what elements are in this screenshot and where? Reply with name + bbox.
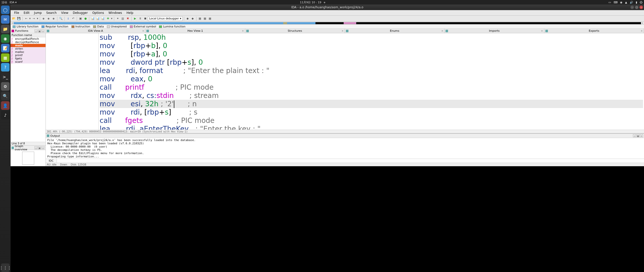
launcher-chromium-icon[interactable]: ◯ [1, 6, 10, 14]
launcher-music-icon[interactable]: ♪ [1, 111, 10, 119]
window-close-button[interactable]: × [639, 6, 643, 9]
function-row[interactable]: ƒfgets [11, 57, 46, 60]
window-minimize-button[interactable]: – [630, 6, 634, 9]
run-button[interactable]: ▶ [133, 16, 137, 21]
tool-b-icon[interactable]: ◈ [46, 16, 51, 21]
tool-undo-icon[interactable]: ↶ [71, 16, 75, 21]
tool-find-icon[interactable]: 🔍 [59, 16, 63, 21]
tool-cancel-icon[interactable]: ✖ [126, 16, 130, 21]
out-close-button[interactable]: × [640, 134, 643, 137]
tray-screencast-icon[interactable]: ▭ [609, 1, 611, 4]
asm-line[interactable]: mov esi, 32h ; '2' ; n [100, 100, 643, 108]
view-tab-close[interactable]: × [541, 29, 543, 32]
asm-line[interactable]: lea rdi, aEnterTheKey ; "Enter the key :… [100, 125, 643, 130]
launcher-rhythmbox-icon[interactable]: ◉ [1, 34, 10, 43]
out-btn1[interactable]: ▫ [633, 134, 636, 137]
functions-header[interactable]: Function name [11, 33, 46, 37]
window-maximize-button[interactable]: ▢ [635, 6, 638, 9]
view-tab[interactable]: Structures× [245, 29, 345, 33]
asm-line[interactable]: mov rdx, cs:stdin ; stream [100, 91, 643, 100]
nav-left-icon[interactable]: ◂ [11, 22, 14, 24]
panel-btn1[interactable]: ▫ [34, 29, 37, 32]
asm-line[interactable]: call fgets ; PIC mode [100, 116, 643, 125]
tray-network-icon[interactable]: ▲ [625, 1, 627, 4]
menu-edit[interactable]: Edit [22, 11, 31, 15]
tool-hex-icon[interactable]: ▣ [78, 16, 83, 21]
function-row[interactable]: ƒencryptRailFench [11, 37, 46, 41]
output-body[interactable]: File '/home/huanghao/asm_work/proj24/a.o… [46, 138, 644, 159]
tool-add-menu[interactable]: ▾ [111, 16, 113, 21]
view-tab[interactable]: Enums× [345, 29, 445, 33]
tool-add-icon[interactable]: ✚ [106, 16, 110, 21]
menu-jump[interactable]: Jump [32, 11, 44, 15]
menu-debugger[interactable]: Debugger [71, 11, 90, 15]
launcher-settings-icon[interactable]: ⚙ [1, 82, 10, 91]
tray-accessibility-icon[interactable]: ◉ [620, 1, 623, 4]
out-btn2[interactable]: ▣ [636, 134, 639, 137]
navigation-band[interactable]: ◂ ▸ [11, 22, 644, 25]
launcher-magnifier-icon[interactable]: 🔍 [1, 92, 10, 100]
tool-dot-icon[interactable]: ● [83, 16, 88, 21]
launcher-apps-icon[interactable]: ⋮⋮⋮ [1, 263, 10, 272]
menu-search[interactable]: Search [44, 11, 59, 15]
go-btn2[interactable]: ▣ [38, 146, 41, 149]
view-tab[interactable]: Exports× [544, 29, 644, 33]
function-row[interactable]: ƒscanf [11, 60, 46, 63]
view-tab-close[interactable]: × [342, 29, 344, 32]
tray-input-icon[interactable]: ⌨ [614, 1, 618, 4]
asm-line[interactable]: call printf ; PIC mode [100, 83, 643, 91]
view-tab-close[interactable]: × [441, 29, 443, 32]
tool-wand-icon[interactable]: ✦ [115, 16, 120, 21]
menu-windows[interactable]: Windows [106, 11, 124, 15]
tool-chart1-icon[interactable]: 📊 [91, 16, 95, 21]
debugger-select[interactable]: Local Linux debugger▾ [148, 16, 183, 21]
nav-back-menu[interactable]: ▾ [29, 16, 31, 21]
tool-c-icon[interactable]: ◈ [51, 16, 56, 21]
tool-y3-icon[interactable]: ▦ [208, 16, 212, 21]
activities-button[interactable]: 活动 [2, 1, 7, 4]
nav-fwd-menu[interactable]: ▾ [36, 16, 38, 21]
view-tab-close[interactable]: × [641, 29, 643, 32]
menu-options[interactable]: Options [90, 11, 106, 15]
pause-button[interactable]: ⏸ [138, 16, 142, 21]
asm-line[interactable]: sub rsp, 1000h [100, 33, 643, 42]
menu-file[interactable]: File [12, 11, 21, 15]
function-row[interactable]: ƒdecryptRailFence [11, 41, 46, 44]
panel-btn2[interactable]: ▣ [38, 29, 41, 32]
launcher-thunderbird-icon[interactable]: ✉ [1, 15, 10, 24]
function-row[interactable]: ƒprintf [11, 54, 46, 57]
function-row[interactable]: ƒstrlen [11, 47, 46, 50]
menu-view[interactable]: View [59, 11, 70, 15]
launcher-writer-icon[interactable]: 📝 [1, 44, 10, 52]
menu-help[interactable]: Help [125, 11, 135, 15]
app-menu[interactable]: IDA ▾ [10, 1, 17, 4]
disassembly-view[interactable]: sub rsp, 1000hmov [rbp+b], 0mov [rbp+a],… [46, 33, 644, 130]
tool-down-icon[interactable]: ↓ [66, 16, 70, 21]
view-tab-close[interactable]: × [142, 29, 144, 32]
launcher-help-icon[interactable]: ? [1, 63, 10, 72]
tool-bar-icon[interactable]: ▥ [120, 16, 125, 21]
tray-volume-icon[interactable]: 🔊 [630, 1, 633, 4]
view-tab[interactable]: IDA View-A× [46, 29, 145, 33]
open-button[interactable]: 📂 [12, 16, 16, 21]
nav-strip[interactable] [14, 22, 641, 24]
save-button[interactable]: 💾 [17, 16, 21, 21]
tool-x1-icon[interactable]: ◆ [185, 16, 190, 21]
view-tab[interactable]: Hex View-1× [145, 29, 245, 33]
tray-power-icon[interactable]: ⏻ [640, 1, 642, 4]
tool-x2-icon[interactable]: ◆ [190, 16, 195, 21]
tool-y1-icon[interactable]: ▦ [198, 16, 202, 21]
launcher-files-icon[interactable]: 📁 [1, 25, 10, 33]
launcher-terminal-icon[interactable]: >_ [1, 73, 10, 81]
nav-right-icon[interactable]: ▸ [641, 22, 644, 24]
go-close-button[interactable]: × [42, 146, 45, 149]
stop-button[interactable]: ⏹ [143, 16, 147, 21]
idc-tab[interactable]: IDC [46, 159, 57, 163]
graph-overview-canvas[interactable] [11, 150, 46, 166]
tool-chart2-icon[interactable]: 📊 [96, 16, 100, 21]
asm-line[interactable]: lea rdi, format ; "Enter the plain text … [100, 66, 643, 75]
asm-line[interactable]: mov [rbp+a], 0 [100, 50, 643, 58]
asm-line[interactable]: mov [rbp+b], 0 [100, 42, 643, 50]
asm-line[interactable]: mov rdi, [rbp+s] ; s [100, 108, 643, 116]
view-tab[interactable]: Imports× [445, 29, 544, 33]
